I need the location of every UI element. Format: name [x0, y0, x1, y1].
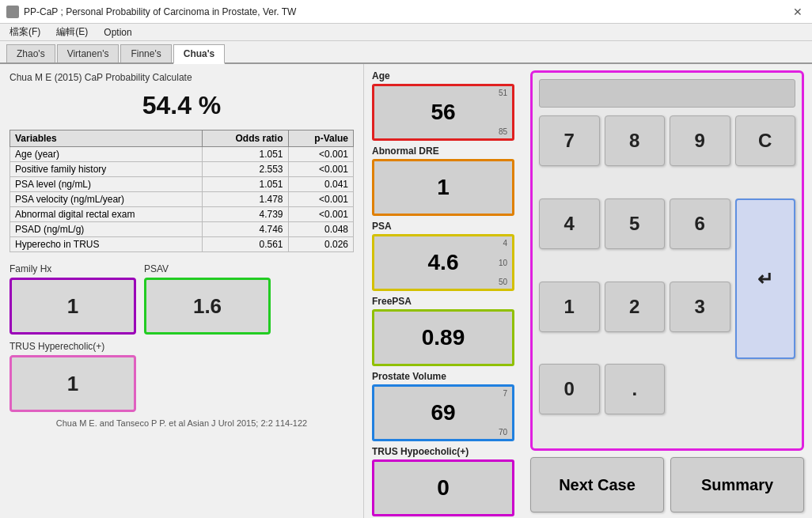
prostate-value: 69	[431, 400, 455, 425]
app-icon	[6, 6, 19, 18]
table-row: PSA velocity (ng/mL/year)1.478<0.001	[10, 192, 354, 207]
psa-value: 4.6	[428, 250, 459, 275]
trus-hyperecholic-value[interactable]: 1	[9, 355, 136, 412]
key-placeholder	[670, 364, 730, 414]
key-enter[interactable]: ↵	[735, 199, 796, 360]
table-cell: Abnormal digital rectal exam	[10, 207, 203, 222]
trus-hyperecholic-label: TRUS Hyperecholic(+)	[9, 341, 104, 352]
keypad-grid: 7 8 9 C 4 5 6 ↵ 1 2 3 0 .	[539, 115, 795, 442]
keypad-display	[539, 79, 795, 108]
menu-option[interactable]: Option	[101, 26, 135, 39]
tab-virtanen[interactable]: Virtanen's	[57, 44, 120, 62]
keypad-outer: 7 8 9 C 4 5 6 ↵ 1 2 3 0 .	[530, 70, 804, 451]
key-clear[interactable]: C	[735, 115, 796, 166]
key-3[interactable]: 3	[670, 282, 730, 332]
table-row: PSAD (ng/mL/g)4.7460.048	[10, 222, 354, 237]
tab-finne[interactable]: Finne's	[120, 44, 171, 62]
key-4[interactable]: 4	[539, 199, 600, 249]
family-hx-value[interactable]: 1	[9, 278, 136, 335]
age-value: 56	[431, 100, 455, 125]
summary-button[interactable]: Summary	[670, 457, 804, 512]
probability-percent: 54.4 %	[9, 91, 354, 120]
title-bar-left: PP-CaP ; Personal Probability of Carcino…	[6, 6, 296, 18]
dre-value: 1	[437, 175, 450, 200]
psa-range-top: 4	[503, 239, 507, 248]
prostate-range-top: 7	[503, 389, 507, 398]
window-title: PP-CaP ; Personal Probability of Carcino…	[24, 6, 296, 17]
dre-field[interactable]: 1	[372, 159, 514, 216]
table-row: Positive family history2.553<0.001	[10, 162, 354, 177]
table-cell: 1.051	[203, 177, 288, 192]
hypo-value: 0	[437, 475, 450, 501]
age-range-top: 51	[499, 89, 507, 97]
freepsa-label: FreePSA	[372, 296, 514, 307]
left-panel: Chua M E (2015) CaP Probability Calculat…	[0, 64, 364, 518]
freepsa-value: 0.89	[422, 325, 465, 350]
table-cell: 1.051	[203, 147, 288, 162]
key-1[interactable]: 1	[539, 282, 600, 332]
col-variables: Variables	[10, 130, 203, 147]
psav-value[interactable]: 1.6	[144, 278, 271, 335]
menu-bar: 檔案(F) 編輯(E) Option	[0, 24, 812, 41]
menu-file[interactable]: 檔案(F)	[6, 25, 44, 40]
dre-label: Abnormal DRE	[372, 146, 514, 157]
table-cell: <0.001	[288, 192, 353, 207]
psav-group: PSAV 1.6	[144, 263, 271, 335]
hypo-label: TRUS Hypoecholic(+)	[372, 446, 514, 457]
prostate-group: Prostate Volume 7 69 70	[372, 371, 514, 441]
table-cell: 2.553	[203, 162, 288, 177]
prostate-label: Prostate Volume	[372, 371, 514, 382]
age-label: Age	[372, 70, 514, 81]
citation: Chua M E. and Tanseco P P. et al Asian J…	[9, 418, 354, 428]
table-cell: 0.048	[288, 222, 353, 237]
key-5[interactable]: 5	[605, 199, 666, 249]
middle-panel: Age 51 56 85 Abnormal DRE 1 PSA 4 4.6 10…	[364, 64, 522, 518]
table-cell: <0.001	[288, 147, 353, 162]
age-field[interactable]: 51 56 85	[372, 84, 514, 141]
col-p-value: p-Value	[288, 130, 353, 147]
psa-range-mid: 10	[499, 259, 507, 267]
table-cell: <0.001	[288, 207, 353, 222]
age-range-bot: 85	[499, 127, 507, 136]
key-2[interactable]: 2	[605, 282, 666, 332]
table-cell: Age (year)	[10, 147, 203, 162]
key-6[interactable]: 6	[670, 199, 730, 249]
age-group: Age 51 56 85	[372, 70, 514, 141]
prostate-range-bot: 70	[499, 428, 507, 437]
next-case-button[interactable]: Next Case	[530, 457, 664, 512]
hypo-group: TRUS Hypoecholic(+) 0	[372, 446, 514, 516]
panel-subtitle: Chua M E (2015) CaP Probability Calculat…	[9, 72, 354, 83]
table-cell: 0.026	[288, 237, 353, 252]
variables-table: Variables Odds ratio p-Value Age (year)1…	[9, 130, 354, 252]
table-row: PSA level (ng/mL)1.0510.041	[10, 177, 354, 192]
freepsa-field[interactable]: 0.89	[372, 309, 514, 366]
family-hx-label: Family Hx	[9, 263, 51, 274]
key-7[interactable]: 7	[539, 115, 600, 166]
table-cell: 0.561	[203, 237, 288, 252]
psa-group: PSA 4 4.6 10 50	[372, 221, 514, 291]
bottom-inputs-2: TRUS Hyperecholic(+) 1	[9, 341, 354, 412]
key-9[interactable]: 9	[670, 115, 730, 166]
table-cell: 4.746	[203, 222, 288, 237]
tabs-bar: Zhao's Virtanen's Finne's Chua's	[0, 41, 812, 64]
key-8[interactable]: 8	[605, 115, 666, 166]
prostate-field[interactable]: 7 69 70	[372, 384, 514, 441]
action-buttons: Next Case Summary	[530, 457, 804, 512]
psa-field[interactable]: 4 4.6 10 50	[372, 234, 514, 291]
tab-chua[interactable]: Chua's	[173, 44, 226, 64]
family-hx-group: Family Hx 1	[9, 263, 136, 335]
trus-group: TRUS Hyperecholic(+) 1	[9, 341, 136, 412]
dre-group: Abnormal DRE 1	[372, 146, 514, 216]
psav-label: PSAV	[144, 263, 169, 274]
main-content: Chua M E (2015) CaP Probability Calculat…	[0, 64, 812, 518]
tab-zhao[interactable]: Zhao's	[6, 44, 55, 62]
menu-edit[interactable]: 編輯(E)	[53, 25, 91, 40]
table-row: Hyperecho in TRUS0.5610.026	[10, 237, 354, 252]
table-cell: PSA level (ng/mL)	[10, 177, 203, 192]
table-cell: Positive family history	[10, 162, 203, 177]
key-dot[interactable]: .	[605, 364, 666, 414]
hypo-field[interactable]: 0	[372, 459, 514, 516]
close-button[interactable]: ✕	[790, 6, 806, 18]
key-0[interactable]: 0	[539, 364, 600, 414]
table-row: Abnormal digital rectal exam4.739<0.001	[10, 207, 354, 222]
